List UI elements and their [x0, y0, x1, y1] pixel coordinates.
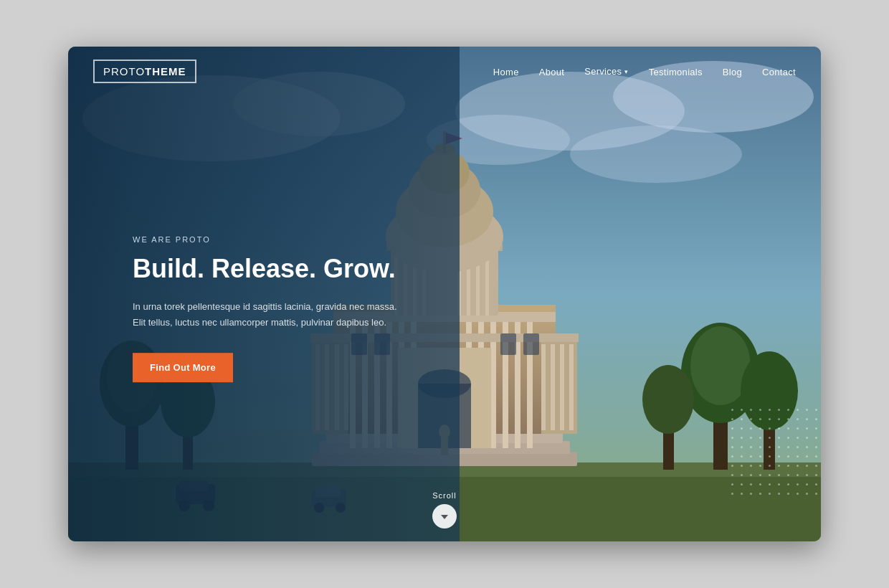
svg-rect-74 [523, 333, 539, 355]
nav-links: Home About Services ▾ Testimonials Blog [493, 65, 796, 78]
services-dropdown-arrow: ▾ [624, 68, 628, 75]
main-nav: PROTO THEME Home About Services ▾ Testi [68, 47, 821, 96]
scroll-down-button[interactable] [432, 504, 457, 528]
nav-item-blog[interactable]: Blog [723, 65, 742, 78]
svg-rect-31 [541, 344, 546, 430]
logo-theme: THEME [145, 65, 186, 77]
nav-item-contact[interactable]: Contact [762, 65, 796, 78]
nav-item-home[interactable]: Home [493, 65, 519, 78]
nav-link-contact[interactable]: Contact [762, 67, 796, 77]
nav-link-blog[interactable]: Blog [723, 67, 742, 77]
nav-item-testimonials[interactable]: Testimonials [649, 65, 703, 78]
nav-link-services[interactable]: Services ▾ [584, 66, 629, 77]
dot-pattern-decoration [728, 405, 821, 498]
nav-item-services[interactable]: Services ▾ [584, 66, 629, 77]
hero-tagline: WE ARE PROTO [133, 235, 405, 244]
hero-content: WE ARE PROTO Build. Release. Grow. In ur… [133, 235, 405, 382]
hero-title: Build. Release. Grow. [133, 254, 405, 283]
cta-find-out-more-button[interactable]: Find Out More [133, 353, 233, 382]
svg-rect-34 [569, 344, 574, 430]
svg-rect-33 [560, 344, 564, 430]
nav-link-testimonials[interactable]: Testimonials [649, 67, 703, 77]
nav-item-about[interactable]: About [539, 65, 564, 78]
browser-window: PROTO THEME Home About Services ▾ Testi [68, 47, 821, 541]
scroll-indicator: Scroll [432, 491, 457, 528]
chevron-down-icon [441, 515, 448, 519]
logo[interactable]: PROTO THEME [93, 60, 196, 83]
nav-link-about[interactable]: About [539, 67, 564, 77]
scroll-label: Scroll [432, 491, 457, 500]
hero-description: In urna torek pellentesque id sagittis l… [133, 300, 405, 331]
svg-point-20 [642, 365, 694, 434]
svg-rect-32 [551, 344, 555, 430]
svg-point-6 [570, 125, 742, 183]
svg-rect-73 [500, 333, 516, 355]
hero-section: PROTO THEME Home About Services ▾ Testi [68, 47, 821, 541]
logo-proto: PROTO [103, 65, 145, 77]
nav-link-home[interactable]: Home [493, 67, 519, 77]
